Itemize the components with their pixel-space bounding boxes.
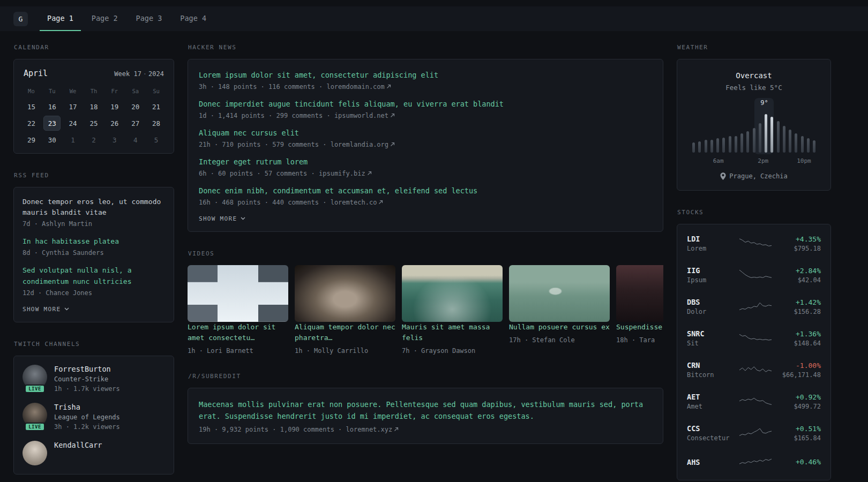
stock-name: Lorem [687,245,734,252]
video-thumbnail[interactable] [402,265,503,322]
hn-item-title[interactable]: Aliquam nec cursus elit [199,127,652,139]
weather-bar [801,136,804,153]
stock-symbol: LDI [687,235,734,243]
video-thumbnail[interactable] [188,265,288,322]
videos-row[interactable]: Lorem ipsum dolor sit amet consectetu… 1… [188,265,663,355]
weather-bar [753,128,755,153]
calendar-day-selected[interactable]: 23 [43,116,61,131]
channel-name[interactable]: Trisha [54,403,120,411]
hn-item-source-link[interactable]: loremtech.co [331,199,384,206]
stock-row[interactable]: CRN Bitcorn -1.00% $66,171.48 [687,354,821,386]
stock-row[interactable]: DBS Dolor +1.42% $156.28 [687,291,821,322]
calendar-separator: · [143,70,147,78]
hn-item-title[interactable]: Integer eget rutrum lorem [199,156,652,168]
calendar-month: April [24,69,48,78]
tab-page-2[interactable]: Page 2 [84,6,125,31]
calendar-day[interactable]: 27 [127,116,144,131]
calendar-day[interactable]: 28 [148,116,165,131]
calendar-day-outside[interactable]: 4 [127,132,144,147]
hn-item-source-link[interactable]: loremlandia.org [331,141,395,148]
hn-item-meta: 6h · 60 points · 57 comments · ipsumify.… [199,170,652,177]
calendar-day[interactable]: 19 [106,99,123,114]
calendar-day[interactable]: 17 [64,99,81,114]
stock-name: Bitcorn [687,371,734,379]
hn-item-source-link[interactable]: loremdomain.com [326,83,391,91]
rss-item-title[interactable]: Donec tempor eros leo, ut commodo mauris… [23,197,165,218]
hn-item-source-link[interactable]: ipsumify.biz [319,170,372,177]
rss-item-title[interactable]: In hac habitasse platea [23,236,165,247]
app-logo[interactable]: G [13,12,28,26]
rss-show-more-button[interactable]: SHOW MORE [23,306,69,313]
calendar-day[interactable]: 25 [85,116,102,131]
weather-time-axis: 6am 2pm 10pm [688,157,820,165]
video-thumbnail[interactable] [509,265,610,322]
tab-page-4[interactable]: Page 4 [173,6,214,31]
top-bar: G Page 1 Page 2 Page 3 Page 4 [0,6,868,31]
calendar-day[interactable]: 16 [43,99,61,114]
weather-bar [765,114,767,153]
reddit-post-title[interactable]: Maecenas mollis pulvinar erat non posuer… [199,398,652,423]
stock-symbol: DBS [687,298,734,306]
twitch-channel[interactable]: LIVE Trisha League of Legends 3h · 1.2k … [23,403,165,431]
left-column: CALENDAR April Week 17·2024 Mo Tu We Th … [13,44,174,482]
channel-name[interactable]: KendallCarr [54,441,102,449]
stock-symbol: CCS [687,424,734,433]
calendar-day[interactable]: 15 [23,99,40,114]
video-thumbnail[interactable] [295,265,395,322]
stock-sparkline [738,300,773,314]
calendar-day-outside[interactable]: 3 [106,132,123,147]
stock-row[interactable]: AHS +0.46% [687,449,821,477]
dashboard: CALENDAR April Week 17·2024 Mo Tu We Th … [0,31,868,482]
stock-row[interactable]: LDI Lorem +4.35% $795.18 [687,228,821,259]
weather-bar [807,138,810,153]
calendar-day[interactable]: 24 [64,116,81,131]
video-card[interactable]: Nullam posuere cursus ex 17h · Stefan Co… [509,265,610,355]
twitch-channel[interactable]: KendallCarr [23,441,165,465]
calendar-day[interactable]: 26 [106,116,123,131]
calendar-day[interactable]: 30 [43,132,61,147]
calendar-day[interactable]: 22 [23,116,40,131]
video-title[interactable]: Aliquam tempor dolor nec pharetra… [295,323,395,342]
stock-change: +2.84% [796,267,821,275]
calendar-day-outside[interactable]: 2 [85,132,102,147]
stock-row[interactable]: SNRC Sit +1.36% $148.64 [687,322,821,354]
stock-row[interactable]: IIG Ipsum +2.84% $42.04 [687,259,821,291]
stock-name: Amet [687,403,734,410]
rss-item-title[interactable]: Sed volutpat nulla nisl, a condimentum n… [23,265,165,287]
hn-item-title[interactable]: Donec enim nibh, condimentum et accumsan… [199,185,652,197]
video-card[interactable]: Aliquam tempor dolor nec pharetra… 1h · … [295,265,395,355]
calendar-day-outside[interactable]: 5 [148,132,165,147]
video-title[interactable]: Nullam posuere cursus ex [509,323,610,331]
video-title[interactable]: Suspendisse sed diam [616,323,663,331]
show-more-label: SHOW MORE [23,306,61,313]
stock-change: +0.92% [794,393,821,401]
stock-row[interactable]: CCS Consectetur +0.51% $165.84 [687,417,821,449]
video-card[interactable]: Mauris sit amet massa felis 7h · Grayson… [402,265,503,355]
video-card[interactable]: Suspendisse sed diam 18h · Tara [616,265,663,355]
video-thumbnail[interactable] [616,265,663,322]
hn-show-more-button[interactable]: SHOW MORE [199,215,245,222]
rss-box: Donec tempor eros leo, ut commodo mauris… [13,187,174,322]
calendar-day[interactable]: 20 [127,99,144,114]
reddit-post-stats: 19h · 9,932 points · 1,090 comments · [199,426,342,433]
calendar-day-outside[interactable]: 1 [64,132,81,147]
calendar-day[interactable]: 29 [23,132,40,147]
calendar-day[interactable]: 18 [85,99,102,114]
stock-row[interactable]: AET Amet +0.92% $499.72 [687,386,821,417]
video-card[interactable]: Lorem ipsum dolor sit amet consectetu… 1… [188,265,288,355]
channel-name[interactable]: ForrestBurton [54,365,120,373]
hn-item-source-link[interactable]: ipsumworld.net [334,112,395,119]
external-link-icon [386,84,391,89]
twitch-channel[interactable]: LIVE ForrestBurton Counter-Strike 1h · 1… [23,365,165,393]
video-title[interactable]: Mauris sit amet massa felis [402,323,490,342]
weather-chart: 9° [692,98,815,153]
reddit-post-source-link[interactable]: loremnet.xyz [346,426,399,433]
tab-page-1[interactable]: Page 1 [40,6,81,31]
video-title[interactable]: Lorem ipsum dolor sit amet consectetu… [188,323,275,342]
hackernews-box: Lorem ipsum dolor sit amet, consectetur … [188,59,663,232]
calendar-day[interactable]: 21 [148,99,165,114]
hn-item-stats: 1d · 1,414 points · 299 comments · [199,112,331,119]
hn-item-title[interactable]: Donec imperdiet augue tincidunt felis al… [199,99,652,110]
hn-item-title[interactable]: Lorem ipsum dolor sit amet, consectetur … [199,70,652,81]
tab-page-3[interactable]: Page 3 [129,6,170,31]
